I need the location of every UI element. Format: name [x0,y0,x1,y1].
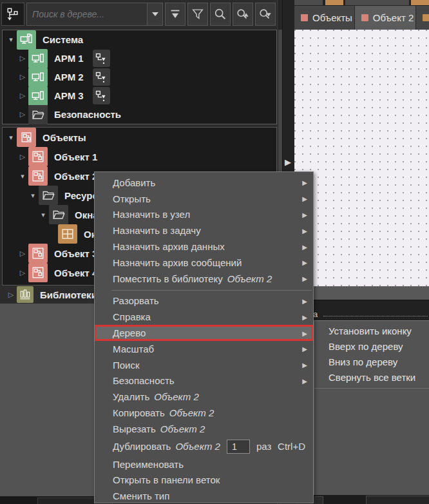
canvas-horizontal-scroll-area[interactable] [294,286,429,300]
tab-stub[interactable] [294,0,323,5]
tab-stub-accent[interactable] [411,0,429,5]
expander-closed-icon[interactable]: ▷ [17,249,28,258]
expander-open-icon[interactable]: ▾ [17,172,28,180]
menu-item-tree[interactable]: Дерево▶ [95,325,313,341]
tree-section-system: ▾ Система ▷ АРМ 1 ▷ [2,30,277,124]
search-button[interactable] [210,3,231,26]
tab-window[interactable]: Окно [416,6,429,30]
submenu-separator [314,388,429,389]
menu-item-change-type[interactable]: Сменить тип [95,488,313,504]
tree-item-label: Библиотеки [40,289,97,300]
tab-stub-accent[interactable] [325,0,343,5]
tree-hierarchy-icon [6,7,20,21]
assign-branch-icon[interactable] [93,87,110,104]
menu-item-assign-task[interactable]: Назначить в задачу▶ [95,222,313,238]
menu-item-object-name: Объект 2 [154,391,199,402]
tree-panel-toggle-button[interactable] [1,3,24,26]
submenu-arrow-icon: ▶ [302,211,307,218]
tree-item-label: Объекты [43,132,86,143]
window-icon [58,224,77,244]
menu-item-rename[interactable]: Переименовать [95,456,313,472]
workstation-icon [28,49,48,68]
menu-item-add[interactable]: Добавить▶ [95,175,313,191]
search-input[interactable] [27,3,147,25]
menu-item-assign-message-archive[interactable]: Назначить архив сообщений▶ [95,255,313,271]
submenu-item-label: Вниз по дереву [329,356,397,367]
menu-item-open-branch-panel[interactable]: Открыть в панели веток [95,472,313,489]
bottom-dock-header: а [294,300,429,320]
tree-item-security[interactable]: ▷ Безопасность [3,105,276,124]
expander-closed-icon[interactable]: ▷ [17,153,28,161]
submenu-item-up-tree[interactable]: Вверх по дереву [314,338,429,354]
menu-item-cut[interactable]: ВырезатьОбъект 2 [95,421,313,437]
menu-item-scale[interactable]: Масштаб▶ [95,341,313,357]
menu-item-label: Назначить архив данных [113,241,225,252]
menu-item-put-in-library[interactable]: Поместить в библиотекуОбъект 2▶ [95,271,313,287]
menu-item-label: Копировать [113,407,165,418]
expander-closed-icon[interactable]: ▷ [17,73,28,81]
assign-branch-icon[interactable] [93,68,110,86]
submenu-arrow-icon: ▶ [302,313,307,320]
design-canvas[interactable] [294,30,429,286]
expander-open-icon[interactable]: ▾ [5,133,17,142]
tab-objects[interactable]: Объекты [294,6,355,30]
dotted-ruler [323,316,428,316]
tab-object2[interactable]: Объект 2 [355,6,416,30]
object-icon [28,147,48,166]
expander-open-icon[interactable]: ▾ [37,211,49,219]
upper-tab-strip [294,0,429,6]
expander-open-icon[interactable]: ▾ [5,35,17,44]
menu-item-security[interactable]: Безопасность▶ [95,373,313,389]
expander-open-icon[interactable]: ▾ [27,191,39,200]
workstation-icon [28,86,48,106]
bottom-strip-right [314,495,429,504]
collapse-all-button[interactable] [165,3,186,26]
tree-item-arm1[interactable]: ▷ АРМ 1 [3,49,276,68]
submenu-item-collapse-branches[interactable]: Свернуть все ветки [314,369,429,385]
tree-item-arm3[interactable]: ▷ АРМ 3 [3,86,276,105]
tree-item-label: Система [43,34,83,45]
search-previous-button[interactable] [233,3,253,26]
menu-item-open[interactable]: Открыть▶ [95,191,313,207]
filter-button[interactable] [187,3,208,26]
tab-stub[interactable] [345,0,409,5]
tab-label: Объекты [312,12,352,23]
expander-closed-icon[interactable]: ▷ [17,92,28,100]
expander-closed-icon[interactable]: ▷ [17,110,28,119]
tree-item-label: АРМ 2 [54,72,84,82]
folder-icon [49,205,68,224]
tree-item-objects[interactable]: ▾ Объекты [3,128,276,147]
tree-item-object1[interactable]: ▷ Объект 1 [3,147,276,166]
tree-item-system[interactable]: ▾ Система [3,30,276,49]
submenu-item-set-icon[interactable]: Установить иконку [314,323,429,338]
menu-item-break[interactable]: Разорвать▶ [95,293,313,309]
menu-item-label: Назначить архив сообщений [113,257,242,268]
duplicate-count-input[interactable] [227,440,250,454]
search-dropdown-button[interactable] [147,3,162,25]
expander-closed-icon[interactable]: ▷ [17,269,28,277]
submenu-item-down-tree[interactable]: Вниз по дереву [314,354,429,369]
panel-collapse-arrow-icon[interactable]: ▶ [285,157,291,167]
duplicate-suffix-label: раз [256,441,271,452]
bottom-tab-stub[interactable] [314,496,323,504]
assign-branch-icon[interactable] [93,50,110,67]
menu-item-delete[interactable]: УдалитьОбъект 2 [95,389,313,405]
expander-closed-icon[interactable]: ▷ [5,291,17,299]
tree-item-arm2[interactable]: ▷ АРМ 2 [3,68,276,86]
chevron-down-icon [152,12,158,16]
folder-icon [28,105,48,124]
bottom-tab-stub[interactable] [366,496,429,504]
menu-item-help[interactable]: Справка▶ [95,309,313,325]
menu-item-assign-node[interactable]: Назначить в узел▶ [95,207,313,223]
canvas-tab-bar: Объекты Объект 2 Окно [294,6,429,30]
system-icon [17,30,36,50]
tab-color-icon [423,14,429,21]
menu-item-label: Справка [113,311,151,322]
menu-item-duplicate[interactable]: Дублировать Объект 2 раз Ctrl+D [95,437,313,456]
tree-toolbar [0,0,279,28]
menu-item-copy[interactable]: КопироватьОбъект 2 [95,405,313,421]
menu-item-search[interactable]: Поиск▶ [95,357,313,373]
menu-item-assign-data-archive[interactable]: Назначить архив данных▶ [95,238,313,255]
expander-closed-icon[interactable]: ▷ [17,54,28,63]
search-next-button[interactable] [255,3,276,26]
